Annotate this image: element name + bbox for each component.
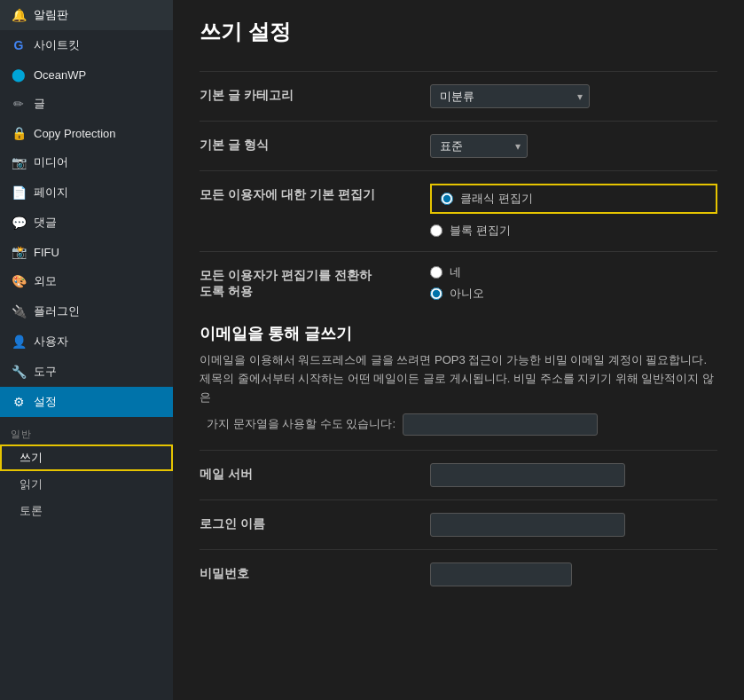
user-icon: 👤 — [11, 334, 27, 349]
category-select-wrapper: 미분류 — [430, 84, 590, 108]
sidebar-item-label: OceanWP — [34, 68, 86, 82]
switch-yes-label[interactable]: 네 — [430, 264, 717, 280]
editor-radio-group: 클래식 편집기 블록 편집기 — [430, 184, 717, 239]
page-title: 쓰기 설정 — [200, 18, 717, 46]
sidebar-item-plugins[interactable]: 🔌 플러그인 — [0, 296, 173, 326]
sidebar-item-label: 댓글 — [34, 215, 57, 231]
sidebar-item-media[interactable]: 📷 미디어 — [0, 147, 173, 177]
switch-editor-label-text: 모든 이용자가 편집기를 전환하도록 허용 — [200, 268, 372, 298]
password-input[interactable] — [430, 562, 572, 586]
mail-server-row: 메일 서버 — [200, 450, 717, 499]
sidebar-item-label: Copy Protection — [34, 127, 116, 140]
page-icon: 📄 — [11, 185, 27, 200]
sidebar-item-label: 사용자 — [34, 334, 68, 350]
sidebar: 🔔 알림판 G 사이트킷 ⬤ OceanWP ✏ 글 🔒 Copy Protec… — [0, 0, 173, 700]
sidebar-item-label: 페이지 — [34, 185, 68, 201]
classic-editor-radio[interactable] — [441, 193, 453, 205]
login-id-row: 로그인 이름 — [200, 499, 717, 549]
section-label: 일반 — [0, 417, 173, 444]
email-desc-text2: 가지 문자열을 사용할 수도 있습니다: — [207, 415, 395, 434]
switch-no-radio[interactable] — [430, 287, 442, 300]
password-label: 비밀번호 — [200, 562, 430, 582]
sidebar-item-users[interactable]: 👤 사용자 — [0, 326, 173, 357]
sidebar-item-posts[interactable]: ✏ 글 — [0, 89, 173, 119]
sidebar-sub-item-discussion[interactable]: 토론 — [0, 498, 173, 524]
mail-server-control — [430, 463, 717, 487]
sidebar-item-fifu[interactable]: 📸 FIFU — [0, 238, 173, 266]
sidebar-item-tools[interactable]: 🔧 도구 — [0, 357, 173, 387]
classic-editor-label[interactable]: 클래식 편집기 — [441, 191, 533, 207]
sidebar-item-settings[interactable]: ⚙ 설정 — [0, 387, 173, 417]
palette-icon: 🎨 — [11, 274, 27, 288]
switch-editor-row: 모든 이용자가 편집기를 전환하도록 허용 네 아니오 — [200, 251, 717, 314]
format-label: 기본 글 형식 — [200, 134, 430, 153]
email-desc-text1: 이메일을 이용해서 워드프레스에 글을 쓰려면 POP3 접근이 가능한 비밀 … — [200, 351, 717, 406]
sidebar-item-copyprotection[interactable]: 🔒 Copy Protection — [0, 119, 173, 147]
login-id-input[interactable] — [430, 513, 625, 537]
lock-icon: 🔒 — [11, 126, 27, 140]
oceanwp-icon: ⬤ — [11, 67, 27, 82]
block-editor-text: 블록 편집기 — [450, 223, 511, 239]
sidebar-item-alarmboard[interactable]: 🔔 알림판 — [0, 0, 173, 30]
pen-icon: ✏ — [11, 97, 27, 111]
fifu-icon: 📸 — [11, 245, 27, 259]
category-control: 미분류 — [430, 84, 717, 108]
sidebar-item-appearance[interactable]: 🎨 외모 — [0, 266, 173, 296]
format-control: 표준 — [430, 134, 717, 158]
password-control — [430, 562, 717, 586]
format-select-wrapper: 표준 — [430, 134, 528, 158]
mail-server-label: 메일 서버 — [200, 463, 430, 483]
format-row: 기본 글 형식 표준 — [200, 121, 717, 170]
bell-icon: 🔔 — [11, 8, 27, 22]
format-select[interactable]: 표준 — [430, 134, 528, 158]
sidebar-item-label: 알림판 — [34, 7, 68, 23]
block-editor-label[interactable]: 블록 편집기 — [430, 223, 717, 239]
editor-label: 모든 이용자에 대한 기본 편집기 — [200, 184, 430, 203]
login-id-control — [430, 513, 717, 537]
editor-row: 모든 이용자에 대한 기본 편집기 클래식 편집기 블록 편집기 — [200, 170, 717, 251]
login-id-label: 로그인 이름 — [200, 513, 430, 532]
secret-address-input[interactable] — [403, 413, 598, 436]
switch-no-text: 아니오 — [450, 286, 484, 302]
sidebar-item-label: 도구 — [34, 364, 57, 380]
sidebar-item-label: 설정 — [34, 394, 57, 410]
sub-item-label: 토론 — [20, 503, 43, 519]
switch-no-label[interactable]: 아니오 — [430, 286, 717, 302]
classic-editor-text: 클래식 편집기 — [460, 191, 533, 207]
sidebar-item-sitekit[interactable]: G 사이트킷 — [0, 30, 173, 60]
sidebar-item-label: 사이트킷 — [34, 37, 80, 53]
plugin-icon: 🔌 — [11, 304, 27, 319]
sidebar-item-label: 외모 — [34, 273, 57, 289]
block-editor-radio[interactable] — [430, 224, 442, 237]
password-row: 비밀번호 — [200, 549, 717, 599]
sub-item-label: 쓰기 — [20, 450, 43, 466]
main-content: 쓰기 설정 기본 글 카테고리 미분류 기본 글 형식 표준 모든 이용자에 대… — [173, 0, 744, 700]
camera-icon: 📷 — [11, 155, 27, 169]
switch-editor-radio-group: 네 아니오 — [430, 264, 717, 302]
sidebar-item-comments[interactable]: 💬 댓글 — [0, 208, 173, 238]
mail-server-input[interactable] — [430, 463, 625, 487]
comment-icon: 💬 — [11, 216, 27, 230]
switch-editor-label: 모든 이용자가 편집기를 전환하도록 허용 — [200, 264, 430, 300]
wrench-icon: 🔧 — [11, 365, 27, 379]
g-icon: G — [11, 38, 27, 52]
gear-icon: ⚙ — [11, 395, 27, 409]
sidebar-item-oceanwp[interactable]: ⬤ OceanWP — [0, 60, 173, 89]
category-row: 기본 글 카테고리 미분류 — [200, 71, 717, 121]
sidebar-sub-item-reading[interactable]: 읽기 — [0, 471, 173, 498]
sidebar-sub-item-writing[interactable]: 쓰기 — [0, 444, 173, 471]
sub-item-label: 읽기 — [20, 476, 43, 492]
classic-editor-option-highlighted: 클래식 편집기 — [430, 184, 717, 214]
sidebar-item-label: 플러그인 — [34, 303, 80, 319]
sidebar-item-label: 글 — [34, 96, 45, 112]
sidebar-item-label: FIFU — [34, 246, 59, 259]
email-section-title: 이메일을 통해 글쓰기 — [200, 323, 717, 344]
email-description: 이메일을 이용해서 워드프레스에 글을 쓰려면 POP3 접근이 가능한 비밀 … — [200, 351, 717, 436]
category-select[interactable]: 미분류 — [430, 84, 590, 108]
sidebar-item-pages[interactable]: 📄 페이지 — [0, 177, 173, 208]
sidebar-item-label: 미디어 — [34, 154, 68, 170]
category-label: 기본 글 카테고리 — [200, 84, 430, 104]
switch-editor-control: 네 아니오 — [430, 264, 717, 302]
switch-yes-radio[interactable] — [430, 266, 442, 279]
editor-control: 클래식 편집기 블록 편집기 — [430, 184, 717, 239]
